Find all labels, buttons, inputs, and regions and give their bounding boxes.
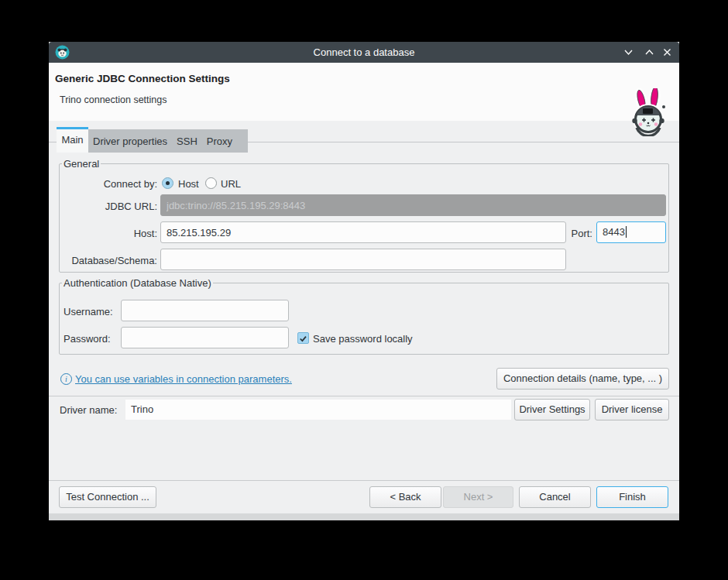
driver-license-button[interactable]: Driver license <box>595 399 669 420</box>
variables-hint-link[interactable]: You can use variables in connection para… <box>75 373 292 385</box>
driver-name-label: Driver name: <box>60 403 117 417</box>
page-title: Generic JDBC Connection Settings <box>55 73 230 84</box>
cancel-button[interactable]: Cancel <box>519 486 591 508</box>
host-input[interactable] <box>160 221 566 243</box>
finish-button[interactable]: Finish <box>596 486 668 508</box>
window-bottom-edge <box>49 513 679 520</box>
driver-name-value: Trino <box>125 400 511 420</box>
connect-dialog: Connect to a database Generic JDBC Conne… <box>49 42 679 520</box>
port-label: Port: <box>567 227 592 241</box>
text-caret <box>626 226 627 238</box>
username-input[interactable] <box>121 300 289 321</box>
tab-ssh[interactable]: SSH <box>177 136 197 147</box>
info-icon: i <box>60 373 72 385</box>
host-label: Host: <box>64 227 157 241</box>
tab-strip: Driver properties SSH Proxy <box>88 129 248 153</box>
password-label: Password: <box>64 332 111 346</box>
jdbc-url-label: JDBC URL: <box>64 200 157 214</box>
connect-by-label: Connect by: <box>64 177 157 191</box>
button-bar-divider <box>49 480 679 481</box>
maximize-icon[interactable] <box>644 46 655 58</box>
checkmark-icon <box>298 334 308 344</box>
general-group-label: General <box>62 158 101 170</box>
jdbc-url-input <box>160 194 666 216</box>
trino-bunny-icon <box>630 88 668 136</box>
connection-details-button[interactable]: Connection details (name, type, ... ) <box>496 368 669 390</box>
tab-proxy[interactable]: Proxy <box>207 136 232 147</box>
database-input[interactable] <box>160 249 566 270</box>
port-input[interactable]: 8443 <box>596 221 666 243</box>
database-label: Database/Schema: <box>60 254 157 268</box>
driver-settings-button[interactable]: Driver Settings <box>514 399 590 420</box>
password-input[interactable] <box>121 327 289 348</box>
save-password-label[interactable]: Save password locally <box>313 332 413 346</box>
radio-url-label[interactable]: URL <box>221 177 241 191</box>
tab-driver-properties[interactable]: Driver properties <box>93 136 167 147</box>
wizard-header: Generic JDBC Connection Settings Trino c… <box>49 63 679 121</box>
titlebar: Connect to a database <box>49 42 679 63</box>
save-password-checkbox[interactable] <box>297 332 309 344</box>
test-connection-button[interactable]: Test Connection ... <box>59 486 156 508</box>
back-button[interactable]: < Back <box>369 486 441 508</box>
next-button: Next > <box>443 486 513 508</box>
auth-group-label: Authentication (Database Native) <box>62 277 213 289</box>
divider <box>49 396 679 396</box>
radio-host-label[interactable]: Host <box>178 177 199 191</box>
window-title: Connect to a database <box>49 42 679 63</box>
radio-url[interactable] <box>205 177 217 189</box>
close-icon[interactable] <box>661 46 673 58</box>
page-subtitle: Trino connection settings <box>60 94 167 105</box>
radio-host[interactable] <box>162 177 173 189</box>
tab-main[interactable]: Main <box>57 127 88 153</box>
username-label: Username: <box>64 305 113 319</box>
minimize-icon[interactable] <box>623 46 634 58</box>
